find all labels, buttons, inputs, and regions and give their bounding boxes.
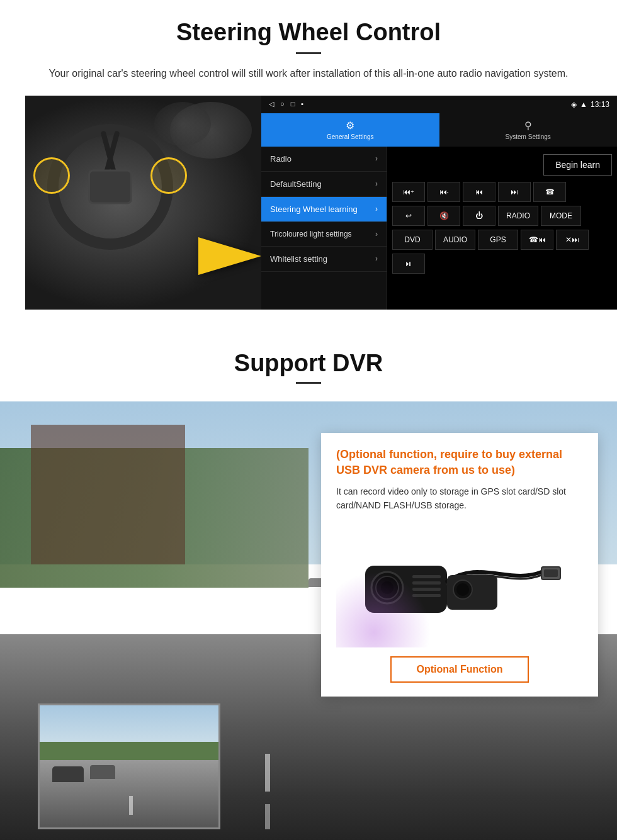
tab-system-label: System Settings	[506, 133, 551, 140]
begin-learn-row: Begin learn	[392, 152, 612, 178]
power-button[interactable]: ⏻	[463, 206, 495, 226]
gauge-bg2	[154, 102, 211, 146]
title-divider	[296, 52, 321, 54]
phone-button[interactable]: ☎	[533, 182, 566, 202]
chevron-right-icon2: ›	[375, 179, 378, 188]
settings-item-radio[interactable]: Radio ›	[261, 147, 387, 172]
subtitle-text: Your original car's steering wheel contr…	[44, 65, 573, 82]
demo-wrapper: ◁ ○ □ ▪ ◈ ▲ 13:13 ⚙ General Settings	[25, 96, 617, 310]
settings-content: Begin learn ⏮+ ⏮- ⏮ ⏭ ☎ ↩ 🔇 ⏻	[387, 147, 617, 310]
dvr-camera-illustration	[336, 522, 583, 647]
thumb-road-line	[129, 796, 133, 815]
dvd-button[interactable]: DVD	[392, 230, 433, 250]
android-ui-panel: ◁ ○ □ ▪ ◈ ▲ 13:13 ⚙ General Settings	[261, 96, 617, 310]
road-line2	[265, 804, 270, 829]
thumb-buildings	[40, 742, 218, 760]
begin-learn-button[interactable]: Begin learn	[543, 154, 612, 176]
wheel-hub	[88, 169, 132, 204]
hangup-button[interactable]: ↩	[392, 206, 425, 226]
arrow-indicator	[198, 237, 261, 275]
dvr-title-divider	[296, 382, 321, 384]
media-button[interactable]: ⏯	[392, 254, 425, 274]
default-label: DefaultSetting	[270, 179, 322, 189]
thumb-sky	[40, 705, 218, 742]
status-icons: ◈ ▲ 13:13	[571, 100, 609, 109]
system-icon: ⚲	[524, 120, 532, 132]
tricolour-label: Tricoloured light settings	[270, 230, 352, 238]
settings-tabs: ⚙ General Settings ⚲ System Settings	[261, 113, 617, 147]
tab-general-settings[interactable]: ⚙ General Settings	[261, 113, 439, 147]
tab-general-label: General Settings	[327, 133, 374, 140]
ctrl-row-1: ⏮+ ⏮- ⏮ ⏭ ☎	[392, 182, 612, 202]
support-dvr-section: Support DVR	[0, 335, 617, 840]
thumb-car2	[90, 765, 115, 779]
section2-header: Support DVR	[0, 335, 617, 401]
audio-button[interactable]: AUDIO	[435, 230, 475, 250]
whitelist-label: Whitelist setting	[270, 254, 327, 264]
status-bar: ◁ ○ □ ▪ ◈ ▲ 13:13	[261, 96, 617, 113]
ctrl-row-3: DVD AUDIO GPS ☎⏮ ✕⏭	[392, 230, 612, 250]
settings-item-whitelist[interactable]: Whitelist setting ›	[261, 247, 387, 272]
thumb-road-area	[40, 760, 218, 827]
clock: 13:13	[591, 100, 609, 109]
recents-icon: □	[291, 100, 295, 108]
page-title: Steering Wheel Control	[25, 19, 592, 46]
optional-function-button[interactable]: Optional Function	[390, 656, 529, 683]
wheel-ring	[47, 124, 173, 250]
highlight-right	[150, 157, 187, 194]
settings-item-steering[interactable]: Steering Wheel learning ›	[261, 197, 387, 222]
dvr-thumbnail	[38, 703, 220, 829]
chevron-right-icon: ›	[375, 154, 378, 163]
radio-mode-button[interactable]: RADIO	[498, 206, 538, 226]
svg-point-12	[456, 583, 469, 596]
vol-down-button[interactable]: ⏮-	[427, 182, 460, 202]
ctrl-row-4: ⏯	[392, 254, 612, 274]
gps-button[interactable]: GPS	[478, 230, 518, 250]
dvr-scene: (Optional function, require to buy exter…	[0, 401, 617, 840]
back-icon: ◁	[269, 100, 274, 108]
settings-area: Radio › DefaultSetting › Steering Wheel …	[261, 147, 617, 310]
home-icon: ○	[280, 100, 285, 108]
dvr-title: Support DVR	[25, 350, 592, 377]
chevron-right-icon3: ›	[375, 204, 378, 213]
nav-icons: ◁ ○ □ ▪	[269, 100, 303, 108]
dvr-background: (Optional function, require to buy exter…	[0, 401, 617, 840]
light-glow	[336, 572, 431, 647]
prev-button[interactable]: ⏮	[463, 182, 495, 202]
tab-system-settings[interactable]: ⚲ System Settings	[439, 113, 618, 147]
location-icon: ◈	[571, 100, 577, 109]
vol-up-button[interactable]: ⏮+	[392, 182, 425, 202]
steering-wheel-section: Steering Wheel Control Your original car…	[0, 0, 617, 322]
settings-item-tricolour[interactable]: Tricoloured light settings ›	[261, 222, 387, 247]
radio-label: Radio	[270, 154, 292, 164]
ctrl-row-2: ↩ 🔇 ⏻ RADIO MODE	[392, 206, 612, 226]
chevron-right-icon4: ›	[375, 230, 378, 238]
scene-buildings2	[31, 425, 185, 564]
settings-item-default[interactable]: DefaultSetting ›	[261, 172, 387, 197]
menu-icon: ▪	[301, 100, 303, 108]
steering-wheel-image	[25, 96, 261, 310]
highlight-left	[33, 157, 70, 194]
dvr-info-card: (Optional function, require to buy exter…	[321, 433, 598, 697]
road-line1	[265, 754, 270, 792]
wifi-icon: ▲	[580, 100, 587, 109]
thumb-car1	[52, 766, 84, 782]
next-button[interactable]: ⏭	[498, 182, 531, 202]
svg-rect-9	[544, 569, 558, 577]
chevron-right-icon5: ›	[375, 254, 378, 263]
optional-btn-row: Optional Function	[336, 656, 583, 683]
mute-button[interactable]: 🔇	[427, 206, 460, 226]
dvr-description: It can record video only to storage in G…	[336, 484, 583, 513]
phone-prev-button[interactable]: ☎⏮	[521, 230, 553, 250]
steering-label: Steering Wheel learning	[270, 204, 358, 214]
skip-next-button[interactable]: ✕⏭	[556, 230, 589, 250]
mode-button[interactable]: MODE	[541, 206, 581, 226]
settings-list: Radio › DefaultSetting › Steering Wheel …	[261, 147, 387, 310]
gear-icon: ⚙	[346, 120, 354, 132]
optional-title: (Optional function, require to buy exter…	[336, 447, 583, 478]
